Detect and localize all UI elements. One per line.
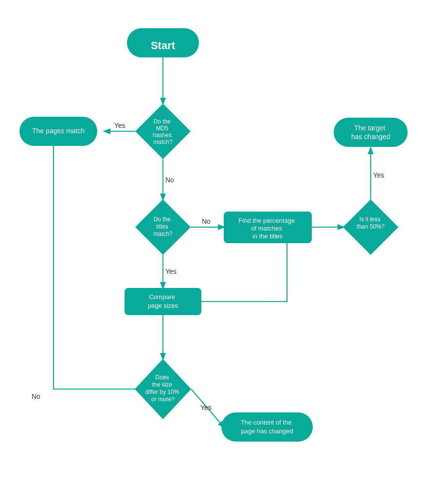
yes-label-less50: Yes [373,171,384,179]
content-changed-node [221,412,313,442]
compare-sizes-node [125,288,201,315]
start-label: Start [151,39,176,52]
no-label-md5: No [165,176,174,184]
flowchart: Yes No No Yes No Yes Yes No Start Do the… [0,0,448,498]
yes-label-titles: Yes [165,267,177,275]
no-label-titles: No [202,217,211,225]
less50-label: Is it less than 50%? [357,216,385,230]
pages-match-label: The pages match [32,127,85,135]
yes-label-size: Yes [200,404,212,411]
no-label-size: No [32,392,40,400]
yes-label-md5: Yes [114,122,125,129]
md5-label: Do the MD5 hashes match? [153,118,173,145]
